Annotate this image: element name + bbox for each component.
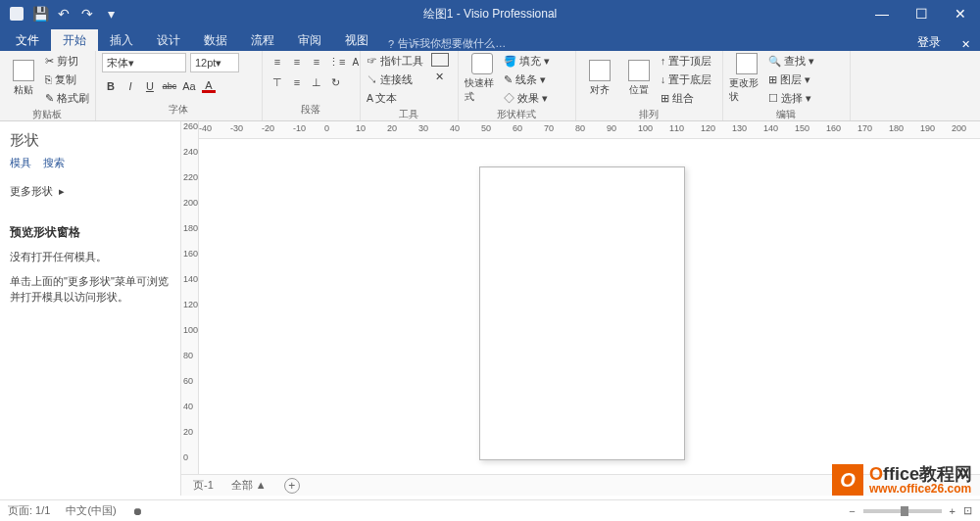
underline-button[interactable]: U	[141, 77, 159, 95]
preview-text-1: 没有打开任何模具。	[10, 249, 171, 265]
tab-design[interactable]: 设计	[145, 29, 192, 51]
align-left-icon[interactable]: ≡	[269, 53, 286, 71]
stencils-link[interactable]: 模具	[10, 156, 31, 170]
rotate-icon[interactable]: ↻	[327, 73, 345, 91]
app-icon	[6, 3, 27, 24]
tell-me-search[interactable]: ? 告诉我你想要做什么…	[388, 36, 506, 51]
ribbon-close-icon[interactable]: ✕	[951, 38, 980, 51]
format-painter-button[interactable]: ✎ 格式刷	[45, 90, 89, 108]
align-right-icon[interactable]: ≡	[308, 53, 325, 71]
ribbon: 粘贴 ✂ 剪切 ⎘ 复制 ✎ 格式刷 剪贴板 宋体 ▾ 12pt ▾ B I U…	[0, 51, 980, 121]
window-title: 绘图1 - Visio Professional	[423, 6, 558, 23]
add-page-button[interactable]: +	[284, 478, 300, 494]
drawing-canvas[interactable]	[199, 139, 980, 496]
effects-button[interactable]: ◇ 效果 ▾	[504, 90, 550, 108]
shapes-pane: 形状 模具 搜索 更多形状 ▸ 预览形状窗格 没有打开任何模具。 单击上面的"更…	[0, 121, 181, 496]
line-button[interactable]: ✎ 线条 ▾	[504, 71, 550, 89]
page-tab-1[interactable]: 页-1	[193, 478, 214, 493]
group-paragraph: ≡ ≡ ≡ ⋮≡ A ⊤ ≡ ⊥ ↻ 段落	[263, 51, 361, 120]
watermark-brand: Office教程网	[869, 465, 972, 483]
horizontal-ruler: -40-30-20-100102030405060708090100110120…	[199, 121, 980, 139]
send-back-button[interactable]: ↓ 置于底层	[661, 71, 711, 89]
tab-view[interactable]: 视图	[333, 29, 380, 51]
status-bar: 页面: 1/1 中文(中国) ⏺ − + ⊡	[0, 499, 980, 521]
watermark: O Office教程网 www.office26.com	[832, 464, 972, 496]
chevron-right-icon: ▸	[59, 185, 65, 198]
valign-top-icon[interactable]: ⊤	[269, 73, 286, 91]
group-edit: 更改形状 🔍 查找 ▾ ⊞ 图层 ▾ ☐ 选择 ▾ 编辑	[723, 51, 851, 120]
layers-button[interactable]: ⊞ 图层 ▾	[768, 71, 814, 89]
tab-file[interactable]: 文件	[4, 29, 51, 51]
quick-styles-button[interactable]: 快速样式	[465, 53, 500, 104]
more-shapes-button[interactable]: 更多形状 ▸	[10, 184, 171, 199]
canvas-area: 260240220200180160140120100806040200 -40…	[181, 121, 980, 496]
bullets-icon[interactable]: ⋮≡	[327, 53, 345, 71]
align-button[interactable]: 对齐	[582, 53, 617, 104]
change-shape-button[interactable]: 更改形状	[729, 53, 764, 104]
bring-front-button[interactable]: ↑ 置于顶层	[661, 53, 711, 71]
preview-heading: 预览形状窗格	[10, 224, 171, 241]
tab-review[interactable]: 审阅	[286, 29, 333, 51]
case-button[interactable]: Aa	[180, 77, 198, 95]
vertical-ruler: 260240220200180160140120100806040200	[181, 121, 199, 496]
position-button[interactable]: 位置	[621, 53, 657, 104]
group-shape-styles: 快速样式 🪣 填充 ▾ ✎ 线条 ▾ ◇ 效果 ▾ 形状样式	[459, 51, 576, 120]
fill-button[interactable]: 🪣 填充 ▾	[504, 53, 550, 71]
freeform-tool-icon[interactable]: ✕	[431, 68, 449, 85]
maximize-button[interactable]: ☐	[902, 0, 941, 27]
redo-icon[interactable]: ↷	[76, 3, 98, 24]
font-color-button[interactable]: A	[200, 77, 218, 95]
cut-button[interactable]: ✂ 剪切	[45, 53, 89, 71]
align-center-icon[interactable]: ≡	[288, 53, 306, 71]
titlebar: 💾 ↶ ↷ ▾ 绘图1 - Visio Professional — ☐ ✕	[0, 0, 980, 27]
watermark-url: www.office26.com	[869, 483, 972, 495]
fit-page-button[interactable]: ⊡	[963, 504, 972, 517]
group-clipboard: 粘贴 ✂ 剪切 ⎘ 复制 ✎ 格式刷 剪贴板	[0, 51, 96, 120]
group-button[interactable]: ⊞ 组合	[661, 90, 711, 108]
tab-insert[interactable]: 插入	[98, 29, 145, 51]
tab-data[interactable]: 数据	[192, 29, 239, 51]
paste-button[interactable]: 粘贴	[6, 53, 41, 104]
lightbulb-icon: ?	[388, 38, 394, 50]
signin-button[interactable]: 登录	[907, 34, 951, 51]
italic-button[interactable]: I	[122, 77, 139, 95]
language-indicator[interactable]: 中文(中国)	[66, 503, 116, 518]
tab-home[interactable]: 开始	[51, 29, 98, 51]
window-controls: — ☐ ✕	[862, 0, 980, 27]
valign-bot-icon[interactable]: ⊥	[308, 73, 325, 91]
zoom-out-button[interactable]: −	[849, 505, 855, 517]
group-font: 宋体 ▾ 12pt ▾ B I U abc Aa A 字体	[96, 51, 263, 120]
macro-record-icon[interactable]: ⏺	[132, 505, 143, 517]
font-size-combo[interactable]: 12pt ▾	[190, 53, 239, 72]
ribbon-tabs: 文件 开始 插入 设计 数据 流程 审阅 视图 ? 告诉我你想要做什么… 登录 …	[0, 27, 980, 51]
minimize-button[interactable]: —	[862, 0, 902, 27]
all-pages-button[interactable]: 全部 ▲	[231, 478, 267, 493]
undo-icon[interactable]: ↶	[53, 3, 74, 24]
rectangle-tool-icon[interactable]	[431, 53, 449, 67]
select-button[interactable]: ☐ 选择 ▾	[768, 90, 814, 108]
close-button[interactable]: ✕	[941, 0, 980, 27]
search-link[interactable]: 搜索	[43, 156, 65, 170]
shapes-pane-title: 形状	[10, 131, 171, 150]
pointer-tool-button[interactable]: ☞ 指针工具	[367, 53, 423, 71]
valign-mid-icon[interactable]: ≡	[288, 73, 306, 91]
page-indicator: 页面: 1/1	[8, 503, 50, 518]
zoom-slider[interactable]	[863, 509, 942, 513]
copy-button[interactable]: ⎘ 复制	[45, 71, 89, 89]
quick-access-toolbar: 💾 ↶ ↷ ▾	[0, 3, 122, 24]
group-arrange: 对齐 位置 ↑ 置于顶层 ↓ 置于底层 ⊞ 组合 排列	[576, 51, 723, 120]
save-icon[interactable]: 💾	[29, 3, 51, 24]
group-tools: ☞ 指针工具 ↘ 连接线 A 文本 ✕ 工具	[361, 51, 459, 120]
qat-more-icon[interactable]: ▾	[100, 3, 122, 24]
connector-tool-button[interactable]: ↘ 连接线	[367, 71, 423, 89]
font-name-combo[interactable]: 宋体 ▾	[102, 53, 186, 72]
tab-process[interactable]: 流程	[239, 29, 286, 51]
strike-button[interactable]: abc	[161, 77, 178, 95]
page-surface[interactable]	[479, 166, 685, 460]
preview-text-2: 单击上面的"更多形状"菜单可浏览并打开模具以访问形状。	[10, 273, 171, 306]
zoom-in-button[interactable]: +	[950, 505, 956, 517]
work-area: 形状 模具 搜索 更多形状 ▸ 预览形状窗格 没有打开任何模具。 单击上面的"更…	[0, 121, 980, 496]
text-tool-button[interactable]: A 文本	[367, 90, 423, 108]
bold-button[interactable]: B	[102, 77, 120, 95]
find-button[interactable]: 🔍 查找 ▾	[768, 53, 814, 71]
